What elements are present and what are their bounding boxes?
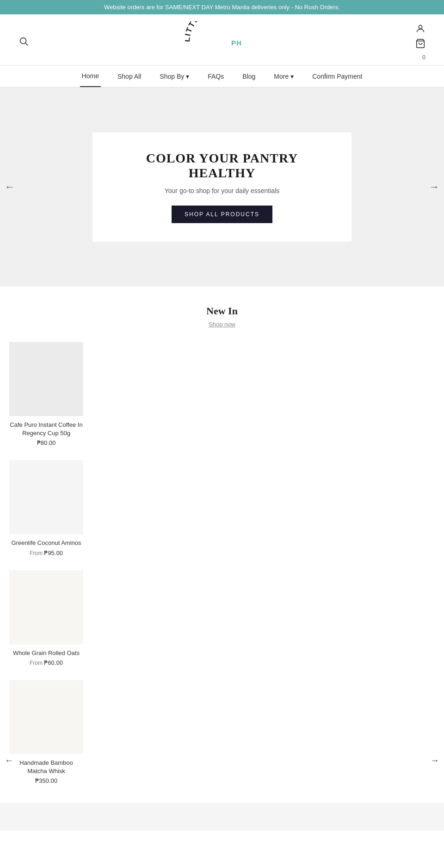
main-nav: Home Shop All Shop By ▾ FAQs Blog More ▾… bbox=[0, 65, 444, 87]
cart-count: 0 bbox=[422, 54, 426, 61]
products-section: Cafe Puro Instant Coffee In Regency Cup … bbox=[0, 337, 444, 803]
product-from-label: From bbox=[30, 660, 44, 666]
product-from-label: From bbox=[30, 550, 44, 556]
svg-point-0 bbox=[20, 37, 26, 44]
nav-item-shop-by[interactable]: Shop By ▾ bbox=[158, 66, 191, 87]
product-price: From ₱95.00 bbox=[9, 550, 83, 556]
svg-point-4 bbox=[419, 25, 422, 29]
svg-line-1 bbox=[25, 43, 28, 45]
hero-subtitle: Your go-to shop for your daily essential… bbox=[120, 187, 324, 194]
product-name: Whole Grain Rolled Oats bbox=[9, 649, 83, 657]
chevron-down-icon-more: ▾ bbox=[290, 73, 294, 80]
hero-cta-button[interactable]: SHOP ALL PRODUCTS bbox=[172, 206, 272, 223]
hero-title: COLOR YOUR PANTRY HEALTHY bbox=[120, 151, 324, 181]
product-image bbox=[9, 342, 83, 416]
product-list: Cafe Puro Instant Coffee In Regency Cup … bbox=[9, 342, 435, 784]
product-image bbox=[9, 680, 83, 754]
product-image bbox=[9, 460, 83, 534]
new-in-section: New In Shop now bbox=[0, 287, 444, 337]
search-icon[interactable] bbox=[18, 36, 29, 49]
product-name: Handmade Bamboo Matcha Whisk bbox=[9, 759, 83, 775]
header: LITTLERETAIL PH 0 bbox=[0, 14, 444, 65]
announcement-text: Website orders are for SAME/NEXT DAY Met… bbox=[104, 4, 340, 11]
product-price: From ₱60.00 bbox=[9, 659, 83, 666]
nav-item-blog[interactable]: Blog bbox=[240, 66, 257, 87]
nav-item-faqs[interactable]: FAQs bbox=[206, 66, 226, 87]
product-card[interactable]: Cafe Puro Instant Coffee In Regency Cup … bbox=[9, 342, 83, 446]
products-carousel-left[interactable]: ← bbox=[5, 755, 14, 766]
product-card[interactable]: Whole Grain Rolled OatsFrom ₱60.00 bbox=[9, 570, 83, 666]
new-in-title: New In bbox=[9, 305, 435, 317]
svg-text:LITTLERETAIL: LITTLERETAIL bbox=[185, 21, 239, 42]
chevron-down-icon: ▾ bbox=[186, 73, 189, 80]
product-price: ₱350.00 bbox=[9, 777, 83, 784]
hero-content: COLOR YOUR PANTRY HEALTHY Your go-to sho… bbox=[92, 132, 352, 242]
hero-carousel-right[interactable]: → bbox=[429, 181, 439, 193]
hero-carousel-left[interactable]: ← bbox=[5, 181, 15, 193]
svg-text:PH: PH bbox=[231, 39, 242, 47]
header-top: LITTLERETAIL PH 0 bbox=[9, 19, 435, 61]
product-image bbox=[9, 570, 83, 644]
footer-spacer bbox=[0, 803, 444, 831]
product-name: Greenlife Coconut Aminos bbox=[9, 539, 83, 547]
logo-arc: LITTLERETAIL PH bbox=[185, 21, 259, 47]
header-icons: 0 bbox=[415, 24, 426, 61]
products-carousel-right[interactable]: → bbox=[430, 755, 439, 766]
nav-item-more[interactable]: More ▾ bbox=[272, 66, 296, 87]
nav-item-confirm-payment[interactable]: Confirm Payment bbox=[310, 66, 364, 87]
nav-item-shop-all[interactable]: Shop All bbox=[116, 66, 143, 87]
cart-icon[interactable] bbox=[415, 38, 426, 50]
hero-section: ← COLOR YOUR PANTRY HEALTHY Your go-to s… bbox=[0, 87, 444, 287]
product-card[interactable]: Handmade Bamboo Matcha Whisk₱350.00 bbox=[9, 680, 83, 784]
product-card[interactable]: Greenlife Coconut AminosFrom ₱95.00 bbox=[9, 460, 83, 556]
announcement-bar: Website orders are for SAME/NEXT DAY Met… bbox=[0, 0, 444, 14]
product-name: Cafe Puro Instant Coffee In Regency Cup … bbox=[9, 421, 83, 437]
user-icon[interactable] bbox=[415, 24, 426, 36]
product-price: ₱80.00 bbox=[9, 439, 83, 446]
logo[interactable]: LITTLERETAIL PH bbox=[185, 21, 259, 47]
new-in-shop-now-link[interactable]: Shop now bbox=[209, 321, 235, 328]
nav-item-home[interactable]: Home bbox=[80, 66, 101, 87]
